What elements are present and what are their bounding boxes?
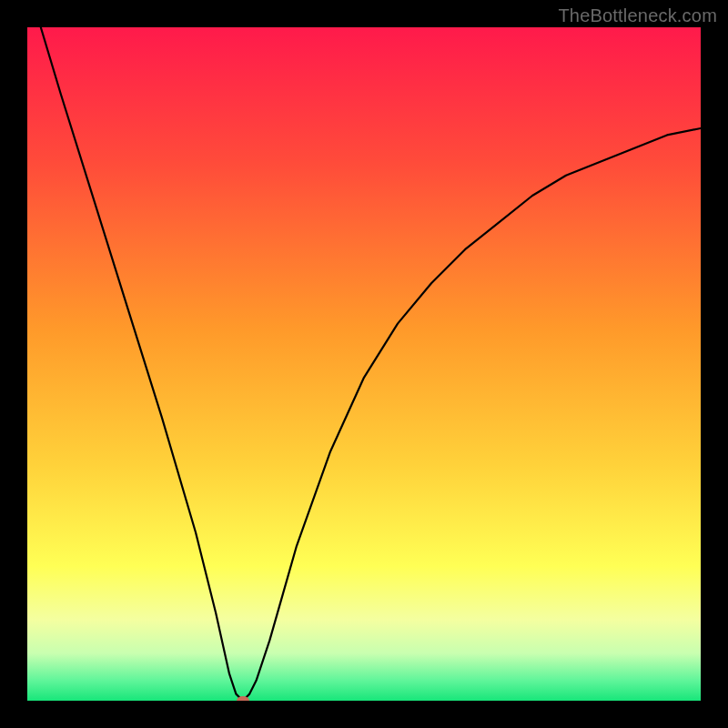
curve-layer	[27, 27, 701, 701]
chart-frame: TheBottleneck.com	[0, 0, 728, 728]
bottleneck-curve	[41, 27, 701, 701]
watermark-text: TheBottleneck.com	[558, 5, 717, 26]
plot-area	[27, 27, 701, 701]
optimal-point-marker	[237, 696, 249, 701]
